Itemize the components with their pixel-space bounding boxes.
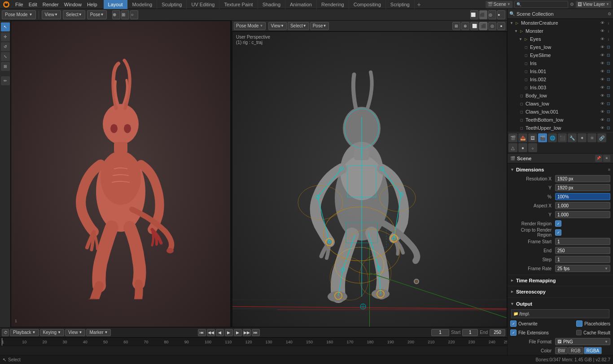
time-remapping-header[interactable]: ▼ Time Remapping	[509, 276, 611, 285]
keyframe-track[interactable]	[0, 346, 507, 355]
prev-frame-btn[interactable]: ◀◀	[207, 329, 215, 336]
tree-item-eyeslime[interactable]: ◻ EyeSlime 👁 ⊡	[508, 51, 613, 59]
tree-item-iris-003[interactable]: ◻ Iris.003 👁 ⊡	[508, 83, 613, 92]
solid-btn-left[interactable]: ⬛	[479, 10, 487, 19]
tree-item-iris-002[interactable]: ◻ Iris.002 👁 ⊡	[508, 75, 613, 83]
tree-item-eyes-low[interactable]: ◻ Eyes_low 👁 ⊡	[508, 43, 613, 51]
tab-view-layer[interactable]: 🖼	[528, 133, 537, 142]
aspect-y-value[interactable]: 1.000	[555, 211, 610, 218]
output-path-field[interactable]: 📁 /tmp\	[511, 309, 609, 318]
view-layer-selector[interactable]: 🖼 View Layer ▼	[576, 1, 611, 8]
prev-keyframe-btn[interactable]: ◀	[216, 329, 224, 336]
next-frame-btn[interactable]: ▶▶	[243, 329, 251, 336]
tab-physics[interactable]: ⚛	[587, 133, 596, 142]
engine-selector[interactable]: 🎬 Scene ▼	[486, 1, 512, 8]
play-btn[interactable]: ▶	[225, 329, 233, 336]
select-menu-left[interactable]: Select ▼	[63, 10, 85, 19]
tab-texture[interactable]: ⬦	[528, 143, 537, 152]
menu-window[interactable]: Window	[61, 0, 84, 9]
tab-object[interactable]: ⬛	[558, 133, 567, 142]
frame-start-value[interactable]: 1	[555, 238, 610, 245]
tree-item-iris-001[interactable]: ◻ Iris.001 👁 ⊡	[508, 67, 613, 75]
dimensions-header[interactable]: ▼ Dimensions ≡	[509, 165, 611, 174]
color-rgb-btn[interactable]: RGB	[568, 347, 583, 354]
pose-menu-left[interactable]: Pose ▼	[87, 10, 107, 19]
placeholders-checkbox[interactable]	[576, 320, 582, 327]
frame-end-value[interactable]: 250	[555, 247, 610, 254]
solid-btn-right[interactable]: ⬛	[479, 22, 487, 30]
tree-item-teethupper[interactable]: ◻ TeethUpper_low 👁 ⊡	[508, 124, 613, 132]
keying-btn[interactable]: Keying ▼	[40, 329, 65, 336]
tab-constraints[interactable]: 🔗	[597, 133, 606, 142]
mode-selector-left[interactable]: Pose Mode ▼	[2, 10, 36, 19]
file-format-value[interactable]: 🖼 PNG ▼	[555, 338, 610, 345]
frame-step-value[interactable]: 1	[555, 256, 610, 263]
rendered-btn-left[interactable]: ●	[497, 10, 505, 19]
tab-scene[interactable]: 🎬	[538, 133, 547, 142]
view-menu-right[interactable]: View ▼	[268, 22, 287, 30]
dimensions-menu-btn[interactable]: ≡	[608, 167, 610, 172]
annotate-tool[interactable]: ✏	[1, 76, 10, 85]
add-workspace-btn[interactable]: +	[415, 0, 424, 9]
clock-icon[interactable]: ⏱	[2, 329, 9, 336]
color-bw-btn[interactable]: BW	[555, 347, 568, 354]
playback-mode-btn[interactable]: Playback ▼	[10, 329, 39, 336]
jump-start-btn[interactable]: ⏮	[198, 329, 206, 336]
tab-shading[interactable]: Shading	[258, 0, 285, 9]
tab-material[interactable]: ●	[518, 143, 527, 152]
tl-view-btn[interactable]: View ▼	[65, 329, 85, 336]
current-frame-input[interactable]: 1	[431, 329, 449, 336]
tab-layout[interactable]: Layout	[104, 0, 128, 9]
outliner-filter-btn[interactable]: ⚙	[608, 12, 611, 16]
blender-logo[interactable]	[2, 0, 11, 9]
resolution-y-value[interactable]: 1920 px	[555, 184, 610, 191]
search-box[interactable]: 🔍	[514, 1, 568, 8]
move-tool[interactable]: ✛	[1, 32, 10, 41]
wireframe-btn-right[interactable]: ⬜	[470, 22, 478, 30]
overlay-btn-right[interactable]: ⊞	[452, 22, 460, 30]
tab-compositing[interactable]: Compositing	[349, 0, 386, 9]
tab-data[interactable]: △	[508, 143, 517, 152]
view-menu-left[interactable]: View ▼	[42, 10, 61, 19]
menu-edit[interactable]: Edit	[26, 0, 40, 9]
rendered-btn-right[interactable]: ●	[497, 22, 505, 30]
props-pin-btn[interactable]: 📌	[595, 155, 602, 162]
color-rgba-btn[interactable]: RGBA	[584, 347, 602, 354]
tab-modifier[interactable]: 🔧	[568, 133, 577, 142]
tab-render[interactable]: 🎬	[508, 133, 517, 142]
viewport-right[interactable]: User Perspective (1) rig : c_traj	[232, 31, 507, 327]
tree-item-iris[interactable]: ◻ Iris 👁 ⊡	[508, 59, 613, 67]
rotate-tool[interactable]: ↺	[1, 42, 10, 51]
tree-item-teethbottom[interactable]: ◻ TeethBottom_low 👁 ⊡	[508, 116, 613, 124]
cache-result-checkbox[interactable]	[576, 330, 582, 335]
proportional-edit-btn[interactable]: ○	[130, 10, 138, 19]
tree-item-eyes[interactable]: ▼ ▷ Eyes 👁 ↓	[508, 35, 613, 43]
tab-texture-paint[interactable]: Texture Paint	[219, 0, 258, 9]
select-menu-right[interactable]: Select ▼	[288, 22, 309, 30]
tab-sculpting[interactable]: Sculpting	[157, 0, 187, 9]
resolution-pct-value[interactable]: 100%	[555, 193, 610, 200]
cursor-tool[interactable]: ↖	[1, 22, 10, 31]
tree-item-monster-creature[interactable]: ▼ ▷ MonsterCreature 👁 ↓	[508, 19, 613, 27]
resolution-x-value[interactable]: 1920 px	[555, 175, 610, 182]
file-ext-checkbox[interactable]: ✓	[510, 329, 517, 336]
jump-end-btn[interactable]: ⏭	[252, 329, 260, 336]
timeline-track-area[interactable]: 1 10 20 30 40 50 60 70 80 90 100 110 120…	[0, 338, 507, 346]
wireframe-btn-left[interactable]: ⬜	[470, 10, 478, 19]
tab-scripting[interactable]: Scripting	[386, 0, 415, 9]
scale-tool[interactable]: ⤡	[1, 52, 10, 61]
tree-item-claws-low[interactable]: ◻ Claws_low 👁 ⊡	[508, 100, 613, 108]
snap-btn[interactable]: ⊞	[121, 10, 129, 19]
menu-help[interactable]: Help	[84, 0, 100, 9]
tab-modeling[interactable]: Modeling	[128, 0, 158, 9]
menu-file[interactable]: File	[13, 0, 26, 9]
tab-particles[interactable]: ✦	[578, 133, 587, 142]
material-preview-btn-left[interactable]: ◎	[488, 10, 496, 19]
filter-btn[interactable]: ⚙	[570, 2, 574, 7]
tab-animation[interactable]: Animation	[285, 0, 317, 9]
frame-rate-value[interactable]: 25 fps ▼	[555, 265, 610, 272]
tree-item-body-low[interactable]: ◻ Body_low 👁 ⊡	[508, 92, 613, 100]
aspect-x-value[interactable]: 1.000	[555, 202, 610, 209]
tree-item-monster[interactable]: ▼ ▷ Monster 👁 ↓	[508, 27, 613, 35]
tree-item-claws-low-001[interactable]: ◻ Claws_low.001 👁 ⊡	[508, 108, 613, 116]
